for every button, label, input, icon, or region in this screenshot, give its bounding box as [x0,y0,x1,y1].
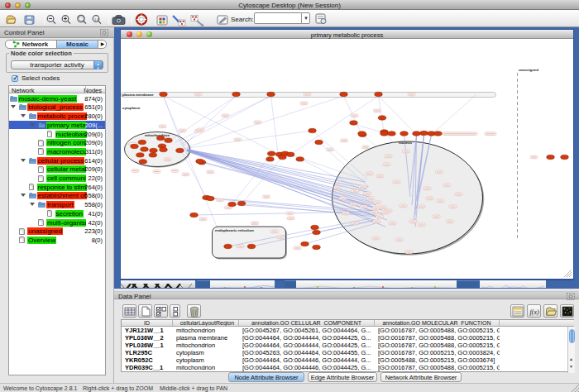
svg-text:mitochondrion: mitochondrion [145,133,170,137]
svg-text:f(x): f(x) [530,308,539,316]
svg-text:cytoplasm: cytoplasm [122,106,140,110]
svg-text:nucleus: nucleus [399,141,413,145]
svg-text:unassigned: unassigned [519,68,538,72]
svg-text:1:1: 1:1 [94,17,99,22]
svg-text:endoplasmic reticulum: endoplasmic reticulum [215,228,254,232]
svg-text:plasma membrane: plasma membrane [122,93,154,97]
